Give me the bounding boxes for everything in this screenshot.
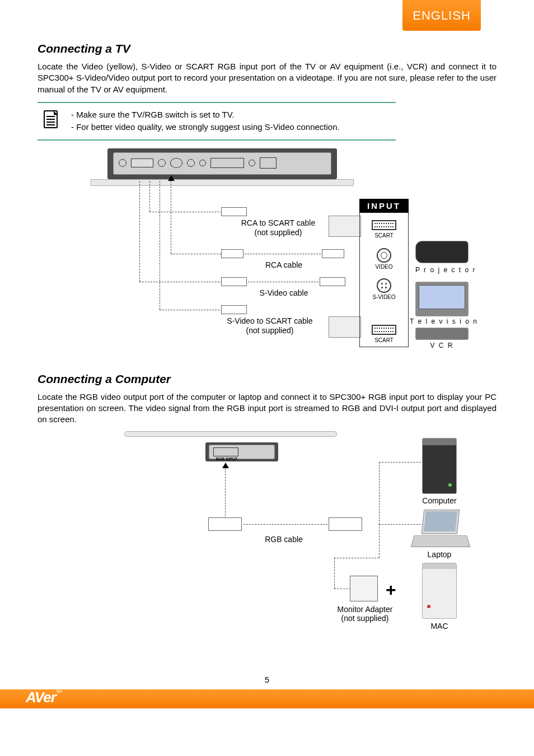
- section-paragraph-computer: Locate the RGB video output port of the …: [38, 391, 496, 426]
- device-label-laptop: Laptop: [414, 550, 465, 559]
- cable-label-rca-scart-2: (not supplied): [255, 228, 302, 237]
- cable-label-svscart-2: (not supplied): [246, 326, 294, 335]
- cable-label-svscart-1: S-Video to SCART cable: [227, 316, 312, 325]
- note-item-2: For better video quality, we strongly su…: [71, 121, 340, 134]
- adapter-label-1: Monitor Adapter: [338, 605, 393, 614]
- input-header: INPUT: [359, 199, 409, 213]
- page-number: 5: [0, 675, 534, 684]
- brand-logo: AVerTM: [26, 689, 61, 706]
- section-paragraph-tv: Locate the Video (yellow), S-Video or SC…: [38, 61, 496, 95]
- port-label-scart-2: SCART: [371, 337, 397, 343]
- cable-label-svideo: S-Video cable: [239, 288, 329, 298]
- device-label-vcr: V C R: [415, 342, 469, 349]
- tv-connection-diagram: RCA to SCART cable (not supplied) RCA ca…: [65, 148, 469, 356]
- language-tab: ENGLISH: [402, 0, 481, 31]
- computer-connection-diagram: RGB INPUT RGB cable + Monitor Adapter (n…: [65, 431, 469, 638]
- device-label-tv: T e l e v i s i o n: [410, 318, 474, 325]
- section-heading-computer: Connecting a Computer: [38, 372, 496, 386]
- cable-label-rgb: RGB cable: [245, 535, 323, 544]
- cable-label-rca: RCA cable: [245, 260, 323, 270]
- port-label-svideo: S-VIDEO: [370, 294, 398, 300]
- device-label-mac: MAC: [414, 622, 465, 631]
- footer-bar: [0, 689, 534, 708]
- adapter-label-2: (not supplied): [341, 614, 389, 623]
- device-label-computer: Computer: [414, 496, 465, 506]
- port-label-scart-1: SCART: [371, 232, 397, 239]
- section-heading-tv: Connecting a TV: [38, 42, 496, 55]
- rgb-input-label: RGB INPUT: [211, 457, 242, 461]
- plus-icon: +: [386, 580, 396, 600]
- port-label-video: VIDEO: [372, 264, 396, 270]
- device-label-projector: P r o j e c t o r: [415, 266, 469, 274]
- note-icon: [43, 110, 60, 129]
- note-box: Make sure the TV/RGB switch is set to TV…: [38, 102, 396, 141]
- cable-label-rca-scart-1: RCA to SCART cable: [241, 218, 316, 227]
- note-item-1: Make sure the TV/RGB switch is set to TV…: [71, 109, 340, 122]
